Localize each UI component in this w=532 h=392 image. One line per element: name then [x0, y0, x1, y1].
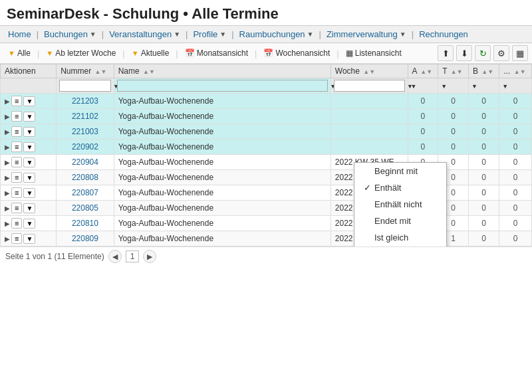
table-row: ▶ ≡ ▼ 221102 Yoga-Aufbau-Wochenende 0 0 … [1, 109, 532, 124]
col-header-t[interactable]: T ▲▼ [438, 64, 469, 78]
col-header-rest[interactable]: ... ▲▼ [499, 64, 532, 78]
cell-a: 0 [408, 94, 438, 109]
row-expander[interactable]: ▶ [5, 113, 10, 120]
col-header-a[interactable]: A ▲▼ [408, 64, 438, 78]
nav-buchungen-arrow: ▼ [90, 31, 96, 38]
col-header-woche[interactable]: Woche ▲▼ [331, 64, 408, 78]
current-page[interactable]: 1 [126, 250, 140, 262]
table-row: ▶ ≡ ▼ 220807 Yoga-Aufbau-Wochenende 2022… [1, 185, 532, 201]
col-header-aktionen: Aktionen [1, 64, 57, 78]
footer: Seite 1 von 1 (11 Elemente) ◀ 1 ▶ [0, 246, 532, 266]
table-wrapper: Aktionen Nummer ▲▼ Name ▲▼ Woche ▲▼ A ▲▼ [0, 64, 532, 246]
action-menu-button[interactable]: ≡ [11, 142, 22, 152]
col-header-name[interactable]: Name ▲▼ [114, 64, 331, 78]
view-monatsansicht[interactable]: 📅 Monatsansicht [181, 47, 252, 59]
toolbar-icon-settings[interactable]: ⚙ [493, 45, 509, 61]
action-arrow-button[interactable]: ▼ [23, 188, 35, 198]
cell-name: Yoga-Aufbau-Wochenende [114, 140, 331, 155]
row-expander[interactable]: ▶ [5, 235, 10, 243]
cell-b: 0 [468, 231, 499, 246]
cell-a: 0 [408, 109, 438, 124]
actions-cell: ▶ ≡ ▼ [1, 155, 57, 170]
toolbar-icon-refresh[interactable]: ↻ [475, 45, 491, 61]
action-menu-button[interactable]: ≡ [11, 203, 22, 213]
filter-aktuelle[interactable]: ▼ Aktuelle [128, 47, 174, 59]
cell-name: Yoga-Aufbau-Wochenende [114, 185, 331, 201]
action-menu-button[interactable]: ≡ [11, 157, 22, 167]
actions-cell: ▶ ≡ ▼ [1, 216, 57, 231]
next-page-button[interactable]: ▶ [143, 250, 156, 263]
col-header-nummer[interactable]: Nummer ▲▼ [57, 64, 114, 78]
nav-rechnungen[interactable]: Rechnungen [415, 27, 472, 41]
nav-home[interactable]: Home [4, 27, 35, 41]
filter-woche-input[interactable] [334, 80, 405, 92]
cell-rest: 0 [499, 140, 532, 155]
nav-profile[interactable]: Profile ▼ [189, 27, 230, 41]
dropdown-item-2[interactable]: Enthält nicht [354, 196, 446, 213]
filter-a-dropdown-icon[interactable]: ▼ [411, 83, 417, 90]
action-arrow-button[interactable]: ▼ [23, 219, 35, 229]
row-expander[interactable]: ▶ [5, 205, 10, 212]
action-menu-button[interactable]: ≡ [11, 111, 22, 122]
action-menu-button[interactable]: ≡ [11, 233, 22, 244]
dropdown-item-5[interactable]: Ist ungleich [354, 246, 446, 246]
actions-cell: ▶ ≡ ▼ [1, 94, 57, 109]
action-arrow-button[interactable]: ▼ [23, 96, 35, 106]
row-expander[interactable]: ▶ [5, 189, 10, 197]
cell-woche [331, 94, 408, 109]
filter-name-input[interactable]: Wochenende [117, 80, 328, 92]
filter-alle[interactable]: ▼ Alle [4, 47, 35, 59]
cell-b: 0 [468, 109, 499, 124]
cell-rest: 0 [499, 155, 532, 170]
filter-b-dropdown-icon[interactable]: ▼ [471, 83, 477, 90]
dropdown-item-1[interactable]: ✓Enthält [354, 179, 446, 196]
view-wochenansicht[interactable]: 📅 Wochenansicht [259, 47, 334, 59]
view-listenansicht[interactable]: ▦ Listenansicht [342, 47, 406, 59]
action-arrow-button[interactable]: ▼ [23, 142, 35, 152]
row-expander[interactable]: ▶ [5, 128, 10, 136]
actions-cell: ▶ ≡ ▼ [1, 170, 57, 185]
filter-rest-dropdown-icon[interactable]: ▼ [502, 83, 508, 90]
cell-nummer: 220904 [57, 155, 114, 170]
row-expander[interactable]: ▶ [5, 159, 10, 166]
cell-name: Yoga-Aufbau-Wochenende [114, 231, 331, 246]
filter-ab-letzter-woche[interactable]: ▼ Ab letzter Woche [42, 47, 120, 59]
action-menu-button[interactable]: ≡ [11, 218, 22, 229]
col-header-b[interactable]: B ▲▼ [468, 64, 499, 78]
nav-raumbuchungen[interactable]: Raumbuchungen ▼ [235, 27, 318, 41]
action-arrow-button[interactable]: ▼ [23, 234, 35, 244]
row-expander[interactable]: ▶ [5, 144, 10, 151]
action-menu-button[interactable]: ≡ [11, 96, 22, 106]
cell-b: 0 [468, 140, 499, 155]
action-arrow-button[interactable]: ▼ [23, 203, 35, 213]
nav-veranstaltungen[interactable]: Veranstaltungen ▼ [105, 27, 184, 41]
dropdown-item-0[interactable]: Beginnt mit [354, 163, 446, 179]
prev-page-button[interactable]: ◀ [108, 250, 122, 263]
dropdown-item-3[interactable]: Endet mit [354, 213, 446, 229]
action-arrow-button[interactable]: ▼ [23, 112, 35, 122]
cell-b: 0 [468, 185, 499, 201]
action-arrow-button[interactable]: ▼ [23, 157, 35, 167]
dropdown-label-1: Enthält [374, 183, 401, 193]
action-menu-button[interactable]: ≡ [11, 187, 22, 198]
action-arrow-button[interactable]: ▼ [23, 127, 35, 137]
actions-cell: ▶ ≡ ▼ [1, 109, 57, 124]
toolbar-icon-up[interactable]: ⬆ [438, 45, 454, 61]
filter-t-dropdown-icon[interactable]: ▼ [441, 83, 447, 90]
row-expander[interactable]: ▶ [5, 98, 10, 105]
filter-nummer-input[interactable] [59, 80, 110, 92]
action-menu-button[interactable]: ≡ [11, 126, 22, 137]
action-menu-button[interactable]: ≡ [11, 172, 22, 183]
filter-icon2: ▼ [46, 49, 53, 57]
dropdown-item-4[interactable]: Ist gleich [354, 229, 446, 246]
cell-nummer: 220809 [57, 231, 114, 246]
toolbar-icon-down[interactable]: ⬇ [456, 45, 472, 61]
action-arrow-button[interactable]: ▼ [23, 173, 35, 183]
nav-zimmerverwaltung[interactable]: Zimmerverwaltung ▼ [323, 27, 410, 41]
cell-name: Yoga-Aufbau-Wochenende [114, 216, 331, 231]
toolbar-icon-extra[interactable]: ▦ [512, 45, 528, 61]
nav-buchungen[interactable]: Buchungen ▼ [40, 27, 100, 41]
cell-t: 0 [438, 109, 469, 124]
row-expander[interactable]: ▶ [5, 220, 10, 227]
row-expander[interactable]: ▶ [5, 174, 10, 181]
